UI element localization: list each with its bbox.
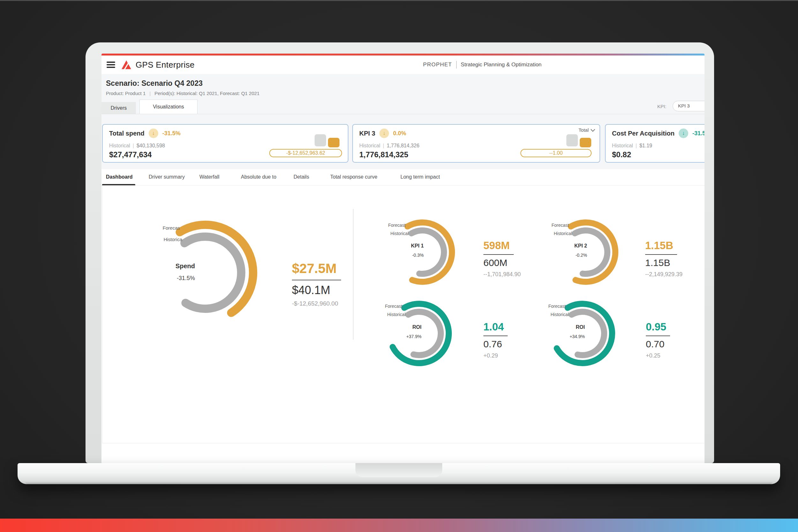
kpi1-forecast-value: 598M bbox=[483, 240, 514, 255]
page-background: GPS Enterprise PROPHET Strategic Plannin… bbox=[0, 0, 798, 532]
roi1-forecast-label: Forecast bbox=[364, 304, 402, 309]
product-brand-block: PROPHET Strategic Planning & Optimizatio… bbox=[423, 56, 541, 74]
mini-bar-historical bbox=[315, 134, 326, 146]
kpi1-gauge-delta: -0.3% bbox=[376, 253, 424, 258]
roi1-gauge-delta: +37.9% bbox=[374, 334, 422, 339]
kpi1-historical-label: Historical bbox=[370, 231, 409, 236]
roi1-gauge-name: ROI bbox=[374, 324, 422, 330]
section-divider bbox=[353, 209, 354, 340]
down-arrow-icon: ↓ bbox=[679, 129, 688, 138]
mini-bar-forecast bbox=[328, 138, 339, 147]
roi2-values: 0.95 0.70 +0.25 bbox=[646, 321, 670, 359]
kpi-selector[interactable]: KPI 3 bbox=[673, 101, 705, 111]
roi1-historical-label: Historical bbox=[367, 312, 406, 317]
subtab-long-term-impact[interactable]: Long term impact bbox=[401, 174, 440, 180]
card-header: Total spend ↓ -31.5% bbox=[109, 129, 181, 138]
brand-logo-icon bbox=[121, 60, 132, 70]
roi2-difference-value: +0.25 bbox=[646, 353, 670, 359]
roi2-historical-value: 0.70 bbox=[646, 339, 670, 349]
aggregation-dropdown[interactable]: Total bbox=[578, 127, 594, 133]
kpi1-difference-value: --1,701,984.90 bbox=[483, 271, 521, 278]
app-header: GPS Enterprise PROPHET Strategic Plannin… bbox=[101, 56, 705, 74]
roi2-forecast-value: 0.95 bbox=[646, 321, 670, 336]
roi2-gauge-center: ROI +34.9% bbox=[537, 324, 585, 339]
spend-forecast-label: Forecas bbox=[142, 225, 180, 231]
kpi2-difference-value: --2,149,929.39 bbox=[645, 271, 683, 278]
difference-pill: --1.00 bbox=[520, 149, 592, 157]
kpi2-gauge-delta: -0.2% bbox=[539, 253, 587, 258]
card-title: Cost Per Acquisition bbox=[612, 130, 674, 137]
spend-forecast-value: $27.5M bbox=[292, 261, 341, 280]
roi1-historical-value: 0.76 bbox=[483, 339, 508, 349]
kpi2-forecast-value: 1.15B bbox=[645, 240, 677, 255]
tab-drivers[interactable]: Drivers bbox=[101, 102, 136, 114]
menu-button[interactable] bbox=[107, 60, 115, 70]
kpi-card-kpi3: KPI 3 ↓ 0.0% Total Historical | 1,776,81… bbox=[352, 124, 600, 163]
brand-gradient-strip bbox=[0, 519, 798, 532]
down-arrow-icon: ↓ bbox=[379, 129, 389, 138]
historical-line: Historical | $40,130,598 bbox=[109, 143, 165, 149]
kpi-selector-label: KPI: bbox=[657, 104, 666, 109]
brand-tagline: Strategic Planning & Optimization bbox=[461, 61, 541, 68]
kpi2-forecast-label: Forecast bbox=[531, 223, 569, 228]
card-delta: -31.5% bbox=[162, 130, 181, 137]
card-title: Total spend bbox=[109, 130, 145, 137]
scenario-divider: | bbox=[149, 91, 151, 96]
kpi2-historical-label: Historical bbox=[534, 231, 572, 236]
laptop-base-notch bbox=[355, 463, 442, 477]
card-delta: 0.0% bbox=[393, 130, 406, 137]
kpi1-historical-value: 600M bbox=[483, 258, 521, 268]
kpi1-values: 598M 600M --1,701,984.90 bbox=[483, 240, 521, 278]
kpi1-gauge-center: KPI 1 -0.3% bbox=[376, 243, 424, 258]
roi2-gauge-delta: +34.9% bbox=[537, 334, 585, 339]
historical-line: Historical | 1,776,814,326 bbox=[359, 143, 419, 149]
difference-pill: -$-12,652,963.62 bbox=[269, 149, 342, 157]
forecast-value: 1,776,814,325 bbox=[359, 150, 408, 159]
scenario-title: Scenario: Scenario Q4 2023 bbox=[106, 79, 203, 88]
app-window: GPS Enterprise PROPHET Strategic Plannin… bbox=[101, 54, 705, 463]
mini-bar-forecast bbox=[580, 138, 591, 147]
subtab-dashboard[interactable]: Dashboard bbox=[106, 174, 133, 180]
spend-gauge-delta: -31.5% bbox=[147, 275, 195, 282]
forecast-value: $27,477,634 bbox=[109, 150, 152, 159]
roi2-gauge-name: ROI bbox=[537, 324, 585, 330]
hamburger-icon bbox=[107, 61, 115, 63]
spend-gauge-center: Spend -31.5% bbox=[147, 263, 195, 282]
chevron-down-icon bbox=[591, 127, 595, 131]
kpi-card-cost-per-acquisition: Cost Per Acquisition ↓ -31.5% Historical… bbox=[605, 124, 705, 163]
roi1-difference-value: +0.29 bbox=[483, 353, 508, 359]
subtab-absolute-due-to[interactable]: Absolute due to bbox=[241, 174, 276, 180]
down-arrow-icon: ↓ bbox=[149, 129, 158, 138]
laptop-base bbox=[18, 463, 780, 484]
kpi2-gauge-name: KPI 2 bbox=[539, 243, 587, 249]
roi1-forecast-value: 1.04 bbox=[483, 321, 508, 336]
card-title: KPI 3 bbox=[359, 130, 375, 137]
roi1-gauge-center: ROI +37.9% bbox=[374, 324, 422, 339]
laptop-screen: GPS Enterprise PROPHET Strategic Plannin… bbox=[86, 42, 714, 463]
kpi1-forecast-label: Forecast bbox=[367, 223, 406, 228]
spend-historical-value: $40.1M bbox=[292, 284, 341, 297]
subtab-details[interactable]: Details bbox=[294, 174, 309, 180]
roi1-values: 1.04 0.76 +0.29 bbox=[483, 321, 508, 359]
card-header: KPI 3 ↓ 0.0% bbox=[359, 129, 406, 138]
spend-historical-label: Historica bbox=[144, 237, 182, 242]
scenario-periods: Period(s): Historical: Q1 2021, Forecast… bbox=[154, 91, 259, 96]
subtab-driver-summary[interactable]: Driver summary bbox=[149, 174, 185, 180]
subtab-total-response-curve[interactable]: Total response curve bbox=[330, 174, 377, 180]
scenario-subtitle: Product: Product 1 | Period(s): Historic… bbox=[106, 91, 259, 96]
subtab-waterfall[interactable]: Waterfall bbox=[200, 174, 220, 180]
scenario-product: Product: Product 1 bbox=[106, 91, 146, 96]
brand-name: PROPHET bbox=[423, 61, 452, 68]
scenario-section: Scenario: Scenario Q4 2023 Product: Prod… bbox=[101, 74, 705, 169]
forecast-value: $0.82 bbox=[612, 150, 631, 159]
top-hairline bbox=[0, 0, 798, 1]
spend-difference-value: -$-12,652,960.00 bbox=[292, 300, 341, 307]
mini-bar-historical bbox=[567, 134, 578, 146]
card-header: Cost Per Acquisition ↓ -31.5% bbox=[612, 129, 705, 138]
roi2-forecast-label: Forecast bbox=[527, 304, 566, 309]
kpi1-gauge-name: KPI 1 bbox=[376, 243, 424, 249]
kpi2-values: 1.15B 1.15B --2,149,929.39 bbox=[645, 240, 683, 278]
app-title: GPS Enterprise bbox=[136, 60, 194, 70]
historical-line: Historical | $1.19 bbox=[612, 143, 652, 149]
tab-visualizations[interactable]: Visualizations bbox=[140, 99, 198, 114]
